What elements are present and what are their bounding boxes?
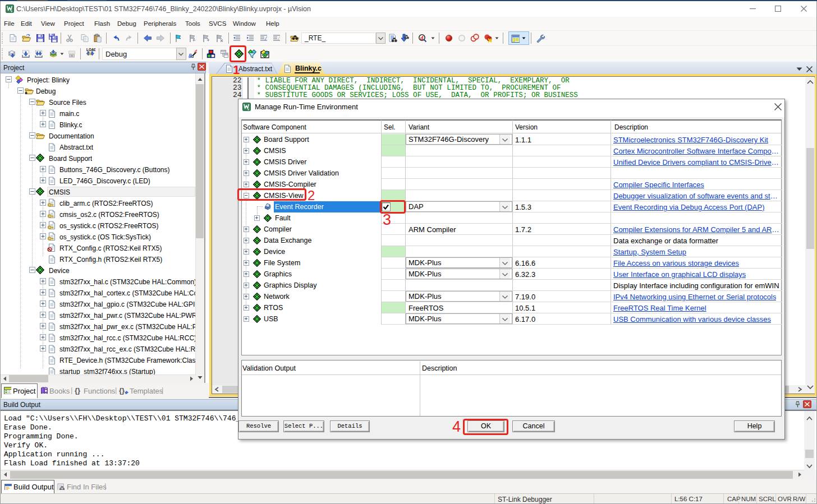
svg-text:s: s xyxy=(247,107,249,111)
svg-text:s: s xyxy=(10,9,12,13)
svg-text:?: ? xyxy=(45,389,48,393)
svg-text:/*: /* xyxy=(264,36,268,42)
svg-text:LOAD: LOAD xyxy=(86,48,95,52)
svg-text:d: d xyxy=(420,35,424,41)
svg-text:/*: /* xyxy=(277,36,281,42)
